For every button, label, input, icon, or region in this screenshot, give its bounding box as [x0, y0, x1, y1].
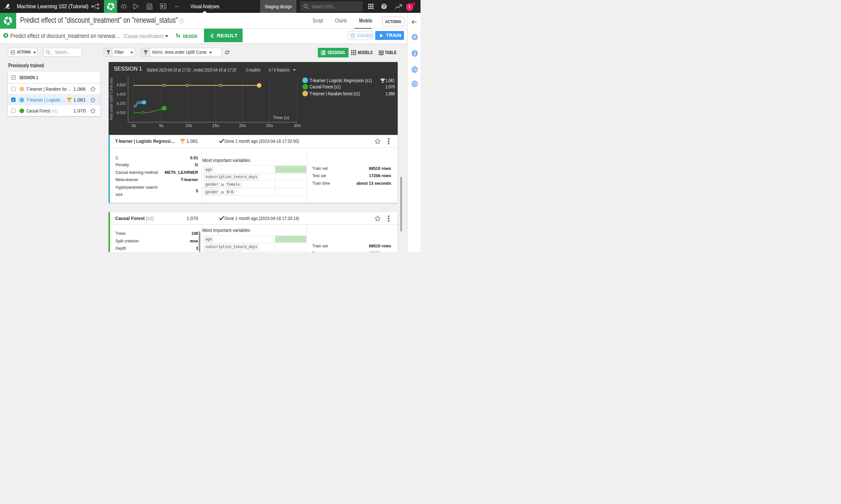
svg-text:T-learner | Random forest (s1): T-learner | Random forest (s1) [310, 91, 360, 96]
svg-text:25s: 25s [266, 123, 273, 128]
svg-text:4.400: 4.400 [117, 92, 126, 96]
svg-text:5s: 5s [159, 123, 163, 128]
svg-text:T-learner | Logistic Regressio: T-learner | Logistic Regression (s1) [310, 77, 372, 83]
svg-text:15s: 15s [212, 123, 219, 128]
svg-text:0s: 0s [132, 123, 136, 128]
svg-text:10s: 10s [185, 123, 192, 128]
svg-text:20s: 20s [239, 123, 246, 128]
svg-text:30s: 30s [294, 123, 301, 128]
svg-text:4.600: 4.600 [117, 83, 126, 87]
svg-text:Time (s): Time (s) [273, 115, 289, 120]
svg-text:1.066: 1.066 [386, 91, 395, 96]
svg-text:Area under Uplift Curve scor: Area under Uplift Curve scor [109, 77, 113, 120]
svg-text:1.081: 1.081 [386, 77, 395, 83]
svg-text:4.000: 4.000 [117, 110, 126, 115]
svg-text:1.070: 1.070 [386, 84, 395, 89]
svg-text:4.200: 4.200 [117, 101, 126, 106]
svg-text:Causal Forest (s1): Causal Forest (s1) [310, 84, 340, 89]
